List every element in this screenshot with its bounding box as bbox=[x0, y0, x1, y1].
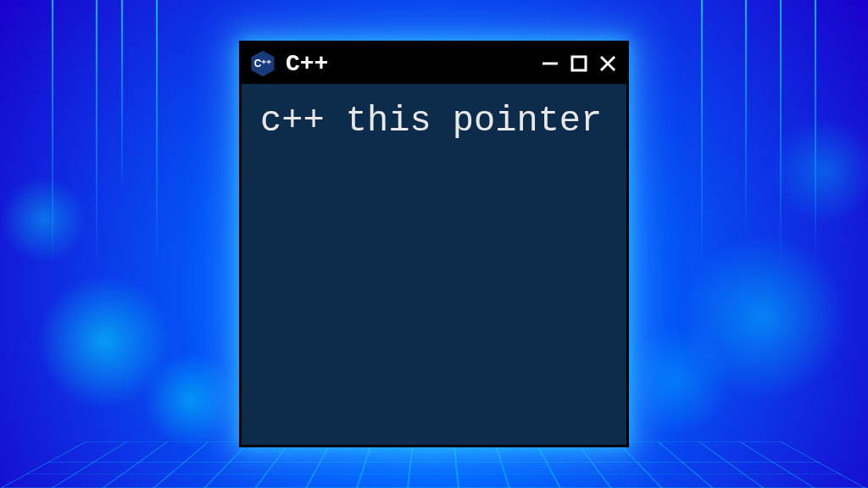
terminal-content: c++ this pointer bbox=[242, 84, 626, 445]
svg-text:C⁺⁺: C⁺⁺ bbox=[254, 58, 272, 69]
maximize-button[interactable] bbox=[569, 53, 589, 74]
minimize-icon bbox=[541, 54, 559, 73]
window-title: C++ bbox=[286, 51, 531, 77]
svg-rect-3 bbox=[572, 57, 586, 70]
close-button[interactable] bbox=[598, 53, 618, 74]
maximize-icon bbox=[570, 54, 588, 73]
close-icon bbox=[598, 54, 617, 73]
window-controls bbox=[540, 53, 618, 74]
terminal-window: C⁺⁺ C++ c++ this pointer bbox=[239, 41, 629, 447]
minimize-button[interactable] bbox=[540, 53, 560, 74]
cpp-logo-icon: C⁺⁺ bbox=[248, 49, 277, 78]
titlebar[interactable]: C⁺⁺ C++ bbox=[242, 43, 626, 84]
